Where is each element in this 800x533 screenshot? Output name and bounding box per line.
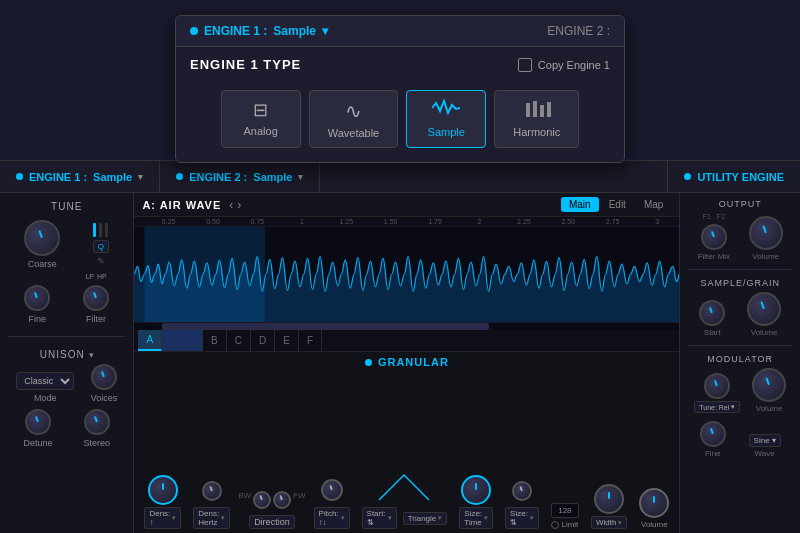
tab-map[interactable]: Map [636,197,671,212]
ruler-6: 1.75 [413,218,457,225]
fine-knob-group: Fine [24,285,50,324]
size-time-dropdown[interactable]: Size: Time ▾ [459,507,493,529]
sample-label: Sample [428,126,465,138]
size-knob[interactable] [461,475,491,505]
waveform-nav: ‹ › [229,198,241,212]
waveform-display[interactable] [134,227,679,322]
waveform-scrollbar[interactable] [134,322,679,330]
engine2-power-icon [176,173,183,180]
type-analog-button[interactable]: ⊟ Analog [221,90,301,148]
popup-engine2-label: ENGINE 2 : [547,24,610,38]
engine1-power-icon [16,173,23,180]
sg-volume-knob[interactable] [747,292,781,326]
copy-engine-button[interactable]: Copy Engine 1 [518,58,610,72]
mod-volume-knob[interactable] [752,368,786,402]
limit-dec-button[interactable] [551,521,559,529]
mod-tune-dropdown[interactable]: Tune: Rel ▾ [694,401,740,413]
detune-knob[interactable] [25,409,51,435]
type-wavetable-button[interactable]: ∿ Wavetable [309,90,399,148]
size-dropdown[interactable]: Size: ⇅ ▾ [505,507,539,529]
bw-knob[interactable] [253,491,271,509]
size2-knob[interactable] [512,481,532,501]
popup-engine1-label[interactable]: ENGINE 1 : Sample ▾ [190,24,328,38]
engine-type-popup: ENGINE 1 : Sample ▾ ENGINE 2 : ENGINE 1 … [175,15,625,163]
f2-label: F2 [717,213,725,220]
shape-dropdown[interactable]: Triangle ▾ [403,512,448,525]
coarse-knob[interactable] [24,220,60,256]
mode-select[interactable]: Classic [16,372,74,390]
output-volume-knob[interactable] [749,216,783,250]
dens-hz-dropdown[interactable]: Dens: Hertz ▾ [193,507,230,529]
tab-edit[interactable]: Edit [601,197,634,212]
limit-group: 128 Limit [545,503,585,529]
edit-icon[interactable]: ✎ [97,256,105,266]
ruler-8: 2.25 [502,218,546,225]
scroll-thumb[interactable] [162,323,489,330]
filter-mix-group: F1 F2 Filter Mix [698,213,730,261]
zone-b[interactable]: B [203,330,227,351]
start-dropdown[interactable]: Start: ⇅ ▾ [362,507,397,529]
output-section: OUTPUT F1 F2 Filter Mix Volume [688,199,792,261]
lp-label: LP [85,273,94,280]
zone-d[interactable]: D [251,330,275,351]
type-sample-button[interactable]: Sample [406,90,486,148]
ruler-5: 1.50 [368,218,412,225]
coarse-knob-group: Coarse [24,220,60,269]
utility-power-icon [684,173,691,180]
zone-f[interactable]: F [299,330,322,351]
engine2-tab[interactable]: ENGINE 2 : Sample ▾ [160,161,320,192]
zone-e[interactable]: E [275,330,299,351]
filter-mix-knob[interactable] [701,224,727,250]
mod-tune-knob[interactable] [704,373,730,399]
dens-knob[interactable] [148,475,178,505]
ruler-2: 0.75 [235,218,279,225]
svg-rect-2 [540,105,544,117]
filter-knob-group: LP HP Filter [83,273,109,324]
bw-label: BW [238,491,251,509]
shape-chevron-icon: ▾ [438,514,442,522]
start-label: Start: ⇅ [367,509,386,527]
width-dropdown[interactable]: Width ▾ [591,516,627,529]
next-wave-button[interactable]: › [237,198,241,212]
engine1-label: ENGINE 1 : [204,24,267,38]
mod-fine-knob[interactable] [700,421,726,447]
type-harmonic-button[interactable]: Harmonic [494,90,579,148]
utility-tab[interactable]: UTILITY ENGINE [667,161,800,192]
stereo-knob[interactable] [84,409,110,435]
dens-label: Dens: ↑ [149,509,170,527]
mod-wave-dropdown[interactable]: Sine ▾ [749,434,781,447]
q-button[interactable]: Q [93,240,109,253]
voices-knob[interactable] [91,364,117,390]
dens-dropdown[interactable]: Dens: ↑ ▾ [144,507,181,529]
divider-r2 [688,345,792,346]
engine2-topbar-label: ENGINE 2 : [189,171,247,183]
sg-start-knob[interactable] [699,300,725,326]
tab-main[interactable]: Main [561,197,599,212]
granular-volume-knob[interactable] [639,488,669,518]
width-knob[interactable] [594,484,624,514]
prev-wave-button[interactable]: ‹ [229,198,233,212]
zone-a[interactable]: A [138,330,162,351]
direction-dropdown[interactable]: Direction [249,515,295,529]
filter-knob[interactable] [83,285,109,311]
center-panel: A: AIR WAVE ‹ › Main Edit Map 0.25 0.50 … [134,193,679,533]
engine1-power-dot [190,27,198,35]
engine2-topbar-type: Sample [253,171,292,183]
detune-label: Detune [23,438,52,448]
pitch-knob[interactable] [321,479,343,501]
start-group: Start: ⇅ ▾ Triangle ▾ [356,470,454,529]
right-panel: OUTPUT F1 F2 Filter Mix Volume [679,193,800,533]
mod-wave-group: Sine ▾ Wave [749,434,781,458]
dens-hz-knob[interactable] [202,481,222,501]
zone-a-range [162,330,203,351]
size-time-chevron-icon: ▾ [484,514,488,522]
fw-knob[interactable] [273,491,291,509]
engine1-tab[interactable]: ENGINE 1 : Sample ▾ [0,161,160,192]
content-area: TUNE Coarse Q ✎ [0,193,800,533]
coarse-label: Coarse [28,259,57,269]
pitch-dropdown[interactable]: Pitch: ↑↓ ▾ [314,507,350,529]
unison-chevron-icon: ▾ [89,350,94,360]
fine-knob[interactable] [24,285,50,311]
size-time-label: Size: Time [464,509,482,527]
zone-c[interactable]: C [227,330,251,351]
